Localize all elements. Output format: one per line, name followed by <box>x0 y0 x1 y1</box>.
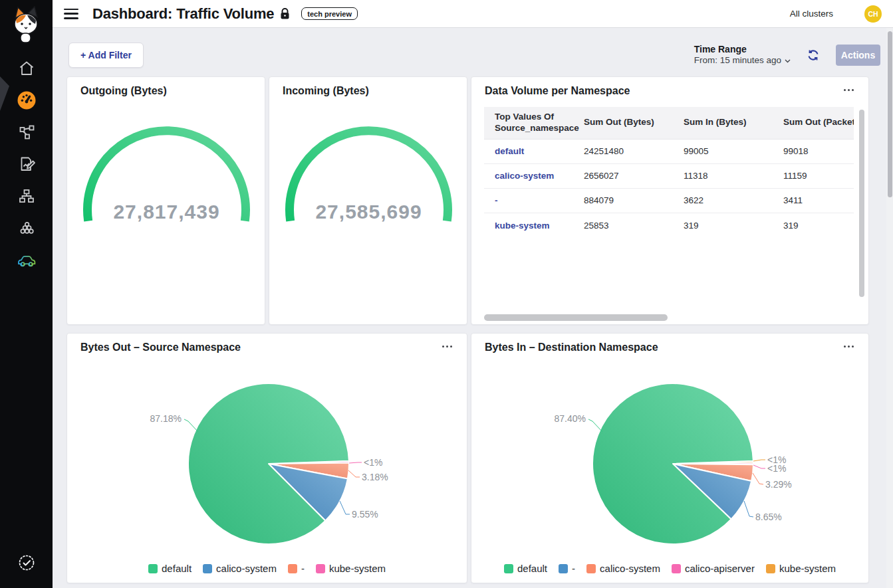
pie-label-line <box>753 473 763 484</box>
table-cell: calico-system <box>484 163 573 188</box>
sidebar-item-home[interactable] <box>0 54 53 83</box>
sidebar-item-clusters[interactable] <box>0 213 53 243</box>
page-scrollbar-thumb[interactable] <box>888 31 892 197</box>
namespace-link[interactable]: kube-system <box>495 221 550 231</box>
table-cell: 319 <box>773 213 854 237</box>
pie-label-line <box>753 465 765 468</box>
legend-item-default[interactable]: default <box>504 563 547 574</box>
legend-item-kube-system[interactable]: kube-system <box>316 563 386 574</box>
card-title: Bytes In – Destination Namespace <box>485 342 658 353</box>
actions-button[interactable]: Actions <box>836 45 880 66</box>
bytes-in-pie-chart[interactable]: 87.40%<1%<1%3.29%8.65% <box>471 334 870 584</box>
legend-label: default <box>517 563 547 574</box>
legend-item-default[interactable]: default <box>148 563 191 574</box>
table-column-header: Sum Out (Bytes) <box>573 107 673 139</box>
pie-label-line <box>349 462 362 463</box>
namespace-link[interactable]: - <box>495 195 498 205</box>
legend-label: calico-system <box>600 563 660 574</box>
chevron-down-icon <box>785 59 791 63</box>
card-bytes-in-pie: Bytes In – Destination Namespace 87.40%<… <box>471 333 869 583</box>
table-cell: 2656027 <box>573 163 673 188</box>
refresh-button[interactable] <box>807 49 819 61</box>
card-outgoing-bytes: Outgoing (Bytes) 27,817,439 <box>66 76 265 325</box>
sidebar-item-verified[interactable] <box>0 548 53 577</box>
legend-item-kube-system[interactable]: kube-system <box>766 563 836 574</box>
service-graph-icon <box>17 123 36 142</box>
menu-button[interactable] <box>64 9 78 19</box>
legend-item--[interactable]: - <box>559 563 575 574</box>
add-filter-button[interactable]: + Add Filter <box>68 43 144 68</box>
table-cell: 25853 <box>573 213 673 237</box>
legend-item--[interactable]: - <box>288 563 305 574</box>
legend-swatch <box>203 564 212 573</box>
time-range-selector[interactable]: From: 15 minutes ago <box>694 55 791 66</box>
card-menu-button[interactable] <box>844 89 854 91</box>
table-vertical-scrollbar-thumb[interactable] <box>859 110 864 297</box>
calico-cat-logo <box>7 3 45 45</box>
pie-percent-label: 3.29% <box>765 479 792 490</box>
card-title: Outgoing (Bytes) <box>80 85 167 97</box>
card-menu-button[interactable] <box>844 345 854 347</box>
pie-label-line <box>340 501 350 514</box>
legend-label: calico-apiserver <box>685 563 755 574</box>
legend-swatch <box>766 564 775 573</box>
verified-check-icon <box>17 553 37 573</box>
card-incoming-bytes: Incoming (Bytes) 27,585,699 <box>269 76 467 325</box>
legend-item-calico-apiserver[interactable]: calico-apiserver <box>672 563 755 574</box>
table-cell: 3411 <box>773 188 854 213</box>
sidebar-item-drive[interactable] <box>0 245 53 274</box>
table-row: calico-system26560271131811159 <box>484 163 854 188</box>
time-range-value: From: 15 minutes ago <box>694 55 781 66</box>
namespace-table: Top Values Of Source_namespaceSum Out (B… <box>484 107 854 312</box>
legend-item-calico-system[interactable]: calico-system <box>586 563 660 574</box>
sidebar-item-service-graph[interactable] <box>0 118 53 147</box>
table-cell: 319 <box>673 213 773 237</box>
page-title: Dashboard: Traffic Volume <box>92 5 274 23</box>
pie-percent-label: 87.18% <box>150 413 182 424</box>
table-horizontal-scrollbar-thumb[interactable] <box>484 314 668 321</box>
pie-percent-label: 87.40% <box>555 413 586 424</box>
table-row: default242514809900599018 <box>484 139 854 163</box>
pie-label-line <box>588 419 602 432</box>
table-row: kube-system25853319319 <box>484 213 854 237</box>
legend-label: calico-system <box>216 563 277 574</box>
table-cell: 3622 <box>673 188 773 213</box>
time-range: Time Range From: 15 minutes ago <box>694 44 791 66</box>
legend-label: kube-system <box>329 563 386 574</box>
legend-swatch <box>148 564 158 573</box>
sidebar-item-network[interactable] <box>0 181 53 211</box>
table-cell: 99005 <box>673 139 773 163</box>
table-cell: - <box>484 188 573 213</box>
pie-label-line <box>184 419 198 432</box>
refresh-icon <box>807 49 819 61</box>
lock-icon <box>280 8 290 20</box>
pie-percent-label: <1% <box>767 463 786 474</box>
sidebar-item-policies[interactable] <box>0 149 53 179</box>
bytes-out-pie-chart[interactable]: 87.18%<1%3.18%9.55% <box>67 334 468 584</box>
page-scrollbar <box>886 28 893 588</box>
network-icon <box>17 187 36 205</box>
pie-percent-label: 3.18% <box>362 472 388 482</box>
filter-toolbar: + Add Filter Time Range From: 15 minutes… <box>68 43 880 68</box>
sidebar <box>0 0 53 588</box>
pie-label-line <box>348 470 360 477</box>
table-header: Top Values Of Source_namespaceSum Out (B… <box>484 107 854 139</box>
dashboards-icon <box>17 90 37 110</box>
table-cell: 24251480 <box>573 139 673 163</box>
topbar: Dashboard: Traffic Volume tech preview A… <box>53 0 893 28</box>
pie-percent-label: <1% <box>364 457 382 468</box>
table-cell: 99018 <box>773 139 854 163</box>
legend-item-calico-system[interactable]: calico-system <box>203 563 277 574</box>
gauge-value: 27,585,699 <box>315 201 422 223</box>
sidebar-item-dashboards[interactable] <box>0 86 53 115</box>
legend-swatch <box>559 564 568 573</box>
card-menu-button[interactable] <box>442 345 452 347</box>
cluster-selector[interactable]: All clusters <box>790 9 833 19</box>
tech-preview-badge: tech preview <box>301 7 358 20</box>
pie-label-line <box>744 501 753 517</box>
namespace-link[interactable]: default <box>495 146 524 156</box>
pie-label-line <box>753 460 765 461</box>
namespace-link[interactable]: calico-system <box>495 171 554 181</box>
gauge-value: 27,817,439 <box>113 201 219 223</box>
user-avatar[interactable]: CH <box>864 5 882 23</box>
